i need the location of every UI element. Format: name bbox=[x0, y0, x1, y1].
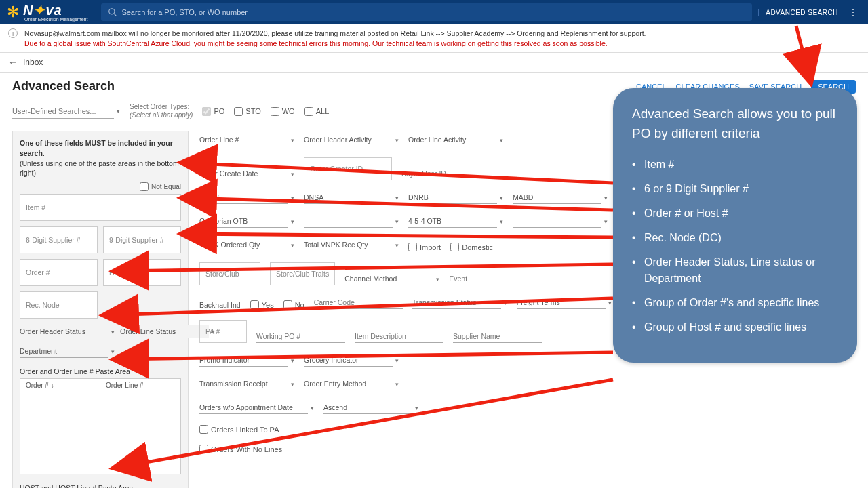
store-club-traits-input[interactable]: Store/Club Traits bbox=[270, 262, 335, 285]
callout-item: Order Header Status, Line status or Depa… bbox=[632, 250, 838, 291]
item-number-input[interactable]: Item # bbox=[20, 194, 181, 221]
store-club-input[interactable]: Store/Club bbox=[199, 262, 260, 285]
total-vnpk-rec-qty-select[interactable] bbox=[304, 239, 393, 251]
channel-method-select[interactable] bbox=[344, 272, 433, 285]
454-otb-select[interactable] bbox=[408, 215, 497, 228]
rec-node-input[interactable]: Rec. Node bbox=[20, 291, 98, 319]
order-creator-id-input[interactable]: Order Creator ID bbox=[304, 157, 392, 180]
order-paste-label: Order and Order Line # Paste Area bbox=[20, 367, 181, 375]
orders-linked-to-pa-checkbox[interactable]: Orders Linked To PA bbox=[199, 425, 279, 434]
grocery-indicator-select[interactable] bbox=[304, 354, 393, 367]
info-icon: i bbox=[8, 28, 18, 38]
svg-line-1 bbox=[114, 14, 117, 16]
top-bar: ✻ N✦va Order Execution Management Search… bbox=[0, 0, 868, 24]
walmart-spark-icon: ✻ bbox=[7, 5, 19, 20]
orders-with-no-lines-checkbox[interactable]: Orders With No Lines bbox=[199, 445, 282, 453]
event-input[interactable] bbox=[449, 272, 538, 285]
transmission-status-select[interactable] bbox=[412, 296, 501, 309]
back-icon[interactable]: ← bbox=[8, 57, 18, 68]
breadcrumb-inbox[interactable]: Inbox bbox=[23, 58, 43, 67]
order-type-po[interactable]: PO bbox=[202, 107, 224, 116]
required-fields-instructions: One of these fields MUST be included in … bbox=[20, 138, 181, 178]
dnsa-select[interactable] bbox=[304, 191, 393, 204]
order-line-number-select[interactable] bbox=[199, 134, 288, 146]
callout-item: Group of Order #'s and specific lines bbox=[632, 291, 838, 315]
callout-item: Item # bbox=[632, 152, 838, 177]
callout-item: Rec. Node (DC) bbox=[632, 226, 838, 250]
domestic-checkbox[interactable]: Domestic bbox=[450, 243, 493, 251]
order-line-activity-select[interactable] bbox=[408, 134, 497, 146]
breadcrumb: ← Inbox bbox=[0, 53, 868, 73]
transmission-receipt-select[interactable] bbox=[199, 378, 288, 390]
global-search-input[interactable]: Search for a PO, STO, or WO number bbox=[101, 3, 752, 21]
promo-indicator-select[interactable] bbox=[199, 354, 288, 367]
order-type-sto[interactable]: STO bbox=[234, 107, 260, 116]
app-logo-text: N✦va bbox=[23, 3, 87, 17]
pa-number-input[interactable]: PA # bbox=[199, 320, 247, 343]
page-title: Advanced Search bbox=[12, 79, 115, 94]
order-type-all[interactable]: ALL bbox=[304, 107, 330, 116]
annotation-callout: Advanced Search allows you to pull PO by… bbox=[613, 88, 857, 363]
working-po-input[interactable] bbox=[256, 330, 345, 343]
notice-banner: i Novasup@walmart.com mailbox will no lo… bbox=[0, 24, 868, 53]
svg-point-0 bbox=[109, 9, 115, 14]
freight-terms-select[interactable] bbox=[517, 296, 606, 309]
item-description-input[interactable] bbox=[355, 330, 443, 343]
mabd-select[interactable] bbox=[513, 191, 601, 204]
order-line-status-select[interactable] bbox=[120, 325, 209, 338]
user-defined-searches-select[interactable] bbox=[12, 104, 114, 119]
callout-item: Group of Host # and specific lines bbox=[632, 315, 838, 340]
order-type-wo[interactable]: WO bbox=[271, 107, 295, 116]
dnsb-select[interactable] bbox=[199, 191, 288, 204]
select-order-types-label: Select Order Types:(Select all that appl… bbox=[130, 103, 193, 119]
not-equal-checkbox[interactable]: Not Equal bbox=[20, 182, 181, 191]
search-icon bbox=[108, 7, 117, 17]
backhaul-yes-checkbox[interactable]: Yes bbox=[250, 300, 274, 309]
buyer-user-id-input[interactable] bbox=[401, 167, 490, 180]
backhaul-no-checkbox[interactable]: No bbox=[283, 300, 304, 309]
host-number-input[interactable]: HOST # bbox=[103, 259, 181, 286]
order-paste-col-line[interactable]: Order Line # bbox=[100, 379, 180, 392]
order-create-date-select[interactable] bbox=[199, 167, 288, 180]
order-entry-method-select[interactable] bbox=[304, 378, 393, 390]
logo: ✻ N✦va Order Execution Management bbox=[7, 3, 87, 22]
ascend-select[interactable] bbox=[323, 401, 412, 414]
chevron-down-icon: ▾ bbox=[117, 108, 120, 115]
department-select[interactable] bbox=[20, 345, 108, 358]
gregorian-otb-select[interactable] bbox=[199, 215, 288, 228]
advanced-search-link[interactable]: ADVANCED SEARCH bbox=[758, 9, 845, 16]
orders-wo-appointment-date-select[interactable] bbox=[199, 401, 308, 414]
backhaul-ind-label: Backhaul Ind bbox=[199, 301, 241, 309]
6-digit-supplier-input[interactable]: 6-Digit Supplier # bbox=[20, 226, 98, 253]
carrier-code-input[interactable] bbox=[314, 296, 403, 309]
callout-item: 6 or 9 Digit Supplier # bbox=[632, 177, 838, 201]
notice-line-1: Novasup@walmart.com mailbox will no long… bbox=[24, 28, 646, 39]
kebab-menu-icon[interactable]: ⋮ bbox=[845, 7, 861, 17]
order-paste-col-order[interactable]: Order # ↓ bbox=[20, 379, 100, 392]
order-paste-area[interactable]: Order # ↓ Order Line # bbox=[20, 378, 181, 474]
import-checkbox[interactable]: Import bbox=[408, 243, 441, 251]
app-logo-subtitle: Order Execution Management bbox=[24, 17, 87, 22]
host-paste-label: HOST and HOST Line # Paste Area bbox=[20, 484, 181, 488]
order-header-activity-select[interactable] bbox=[304, 134, 393, 146]
supplier-name-input[interactable] bbox=[453, 330, 542, 343]
callout-list: Item # 6 or 9 Digit Supplier # Order # o… bbox=[632, 152, 838, 340]
order-number-input[interactable]: Order # bbox=[20, 259, 98, 286]
vnpk-ordered-qty-select[interactable] bbox=[199, 239, 288, 251]
callout-title: Advanced Search allows you to pull PO by… bbox=[632, 104, 838, 143]
9-digit-supplier-input[interactable]: 9-Digit Supplier # bbox=[103, 226, 181, 253]
order-header-status-select[interactable] bbox=[20, 325, 108, 338]
required-fields-panel: One of these fields MUST be included in … bbox=[12, 131, 189, 488]
notice-line-2: Due to a global issue with SouthCentral … bbox=[24, 39, 646, 49]
callout-item: Order # or Host # bbox=[632, 201, 838, 226]
dnrb-select[interactable] bbox=[408, 191, 497, 204]
